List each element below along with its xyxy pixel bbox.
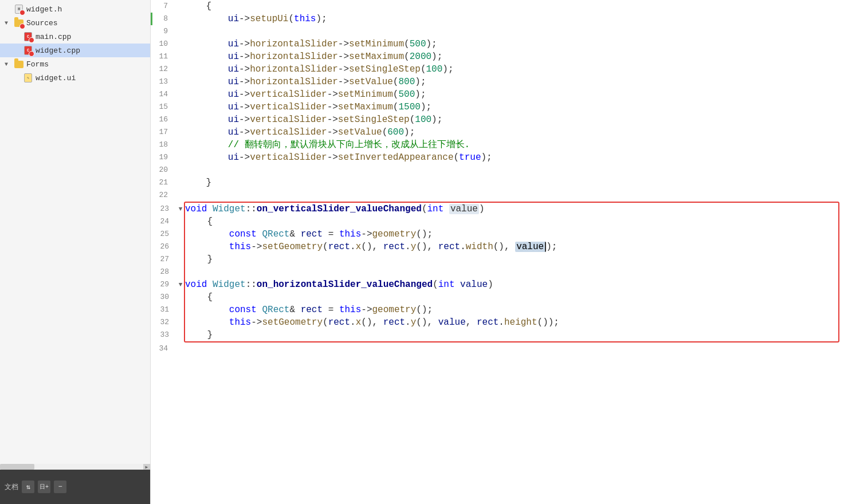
line-23: 23 ▼ void Widget::on_verticalSlider_valu… [152, 203, 838, 215]
line-11: 11 ui->horizontalSlider->setMaximum(2000… [151, 50, 844, 63]
line-26: 26 this->setGeometry(rect.x(), rect.y(),… [152, 241, 838, 253]
scroll-right-arrow[interactable]: ▶ [143, 464, 150, 470]
line-34: 34 [151, 342, 844, 355]
line-32: 32 this->setGeometry(rect.x(), rect.y(),… [152, 316, 838, 329]
line-20: 20 [151, 164, 844, 176]
lines-container: 7 { 8 ui->setupUi(this); 9 10 [151, 0, 844, 355]
h-file-icon: H [14, 4, 24, 14]
sidebar-item-label: widget.ui [36, 74, 76, 82]
forms-folder-icon [14, 59, 24, 69]
line-13: 13 ui->horizontalSlider->setValue(800); [151, 76, 844, 88]
line-31: 31 const QRect& rect = this->geometry(); [152, 304, 838, 316]
sidebar-btn-collapse[interactable]: − [54, 481, 66, 493]
cpp-file-icon: C [23, 32, 33, 42]
code-scroll-area[interactable]: 7 { 8 ui->setupUi(this); 9 10 [151, 0, 844, 504]
red-selection-box: 23 ▼ void Widget::on_verticalSlider_valu… [184, 202, 839, 342]
line-8: 8 ui->setupUi(this); [151, 13, 844, 25]
sidebar-scrollbar[interactable]: ▶ [0, 464, 150, 470]
line-9: 9 [151, 25, 844, 38]
line-28: 28 [152, 266, 838, 278]
code-editor: 7 { 8 ui->setupUi(this); 9 10 [151, 0, 844, 504]
line-29: 29 ▼ void Widget::on_horizontalSlider_va… [152, 278, 838, 291]
sidebar-bottom-bar: 文档 ⇅ 日+ − [0, 470, 150, 504]
line-17: 17 ui->verticalSlider->setValue(600); [151, 126, 844, 139]
line-21: 21 } [151, 176, 844, 189]
line-10: 10 ui->horizontalSlider->setMinimum(500)… [151, 38, 844, 50]
sidebar-item-forms[interactable]: ▼ Forms [0, 57, 150, 71]
line-24: 24 { [152, 215, 838, 228]
sidebar-item-label: widget.h [26, 5, 62, 14]
ui-file-icon: ✎ [23, 73, 33, 83]
sidebar-bottom-text: 文档 [5, 482, 18, 492]
sidebar-item-label: Sources [26, 19, 58, 27]
scrollbar-thumb[interactable] [0, 464, 34, 470]
sidebar-btn-add[interactable]: 日+ [38, 481, 50, 493]
cpp-file-icon-active: C [23, 45, 33, 56]
expand-arrow-forms: ▼ [5, 61, 13, 68]
line-25: 25 const QRect& rect = this->geometry(); [152, 228, 838, 241]
line-22: 22 [151, 189, 844, 202]
sidebar-item-label: Forms [26, 60, 49, 69]
file-tree: H widget.h ▼ Sources C main.cpp [0, 0, 150, 464]
sidebar: H widget.h ▼ Sources C main.cpp [0, 0, 151, 504]
sidebar-btn-divide[interactable]: ⇅ [22, 481, 34, 493]
line-18: 18 // 翻转朝向，默认滑块从下向上增长，改成从上往下增长. [151, 139, 844, 151]
sidebar-item-label: main.cpp [36, 33, 71, 41]
sources-folder-icon [14, 18, 24, 28]
line-12: 12 ui->horizontalSlider->setSingleStep(1… [151, 63, 844, 76]
sidebar-item-main-cpp[interactable]: C main.cpp [0, 30, 150, 44]
sidebar-item-widget-cpp[interactable]: C widget.cpp [0, 44, 150, 57]
line-30: 30 { [152, 291, 838, 304]
line-19: 19 ui->verticalSlider->setInvertedAppear… [151, 151, 844, 164]
sidebar-item-widget-h[interactable]: H widget.h [0, 2, 150, 16]
sidebar-item-label: widget.cpp [36, 46, 80, 55]
line-15: 15 ui->verticalSlider->setMaximum(1500); [151, 101, 844, 113]
sidebar-item-widget-ui[interactable]: ✎ widget.ui [0, 71, 150, 85]
line-33: 33 } [152, 329, 838, 341]
line-14: 14 ui->verticalSlider->setMinimum(500); [151, 88, 844, 101]
line-7: 7 { [151, 0, 844, 13]
expand-arrow: ▼ [5, 20, 13, 26]
line-16: 16 ui->verticalSlider->setSingleStep(100… [151, 113, 844, 126]
sidebar-item-sources[interactable]: ▼ Sources [0, 16, 150, 30]
line-27: 27 } [152, 253, 838, 266]
